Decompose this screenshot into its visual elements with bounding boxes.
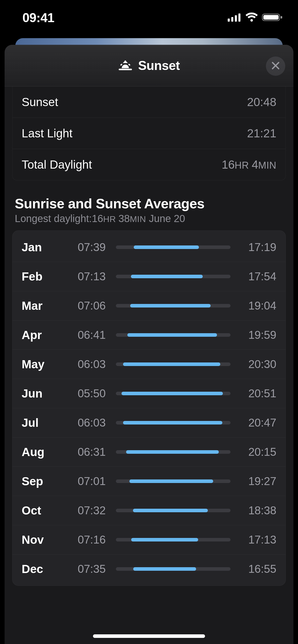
month-label: Nov bbox=[22, 533, 62, 547]
daylight-bar bbox=[106, 275, 238, 278]
close-icon bbox=[271, 61, 280, 71]
averages-row: Mar07:0619:04 bbox=[12, 291, 286, 320]
svg-rect-0 bbox=[228, 19, 230, 22]
svg-rect-5 bbox=[263, 15, 279, 20]
averages-row: Jan07:3917:19 bbox=[12, 233, 286, 262]
averages-row: Apr06:4119:59 bbox=[12, 320, 286, 349]
month-label: Dec bbox=[22, 562, 62, 576]
summary-label: Total Daylight bbox=[22, 158, 92, 171]
status-bar: 09:41 bbox=[0, 0, 298, 36]
sunrise-value: 05:50 bbox=[62, 387, 106, 400]
wifi-icon bbox=[245, 12, 258, 23]
sunrise-value: 07:16 bbox=[62, 533, 106, 546]
month-label: Sep bbox=[22, 474, 62, 488]
month-label: Jan bbox=[22, 240, 62, 254]
daylight-bar bbox=[106, 304, 238, 308]
sunrise-value: 06:03 bbox=[62, 416, 106, 429]
sunset-icon bbox=[118, 60, 132, 72]
sheet-header: Sunset bbox=[5, 45, 293, 86]
averages-title: Sunrise and Sunset Averages bbox=[15, 196, 283, 211]
sunrise-value: 07:35 bbox=[62, 563, 106, 575]
daylight-bar bbox=[106, 479, 238, 483]
svg-rect-6 bbox=[281, 16, 282, 19]
daylight-bar bbox=[106, 509, 238, 512]
summary-row-sunset: Sunset 20:48 bbox=[12, 86, 286, 118]
daylight-bar bbox=[106, 362, 238, 366]
close-button[interactable] bbox=[266, 56, 285, 76]
battery-icon bbox=[262, 12, 283, 23]
sunrise-value: 07:39 bbox=[62, 241, 106, 254]
sunrise-value: 07:32 bbox=[62, 504, 106, 517]
summary-value: 21:21 bbox=[247, 126, 276, 140]
averages-row: Aug06:3120:15 bbox=[12, 437, 286, 466]
detail-sheet: Sunset Sunset 20:48 Last Light 21:21 Tot… bbox=[5, 45, 293, 644]
svg-rect-1 bbox=[231, 17, 233, 22]
sunrise-value: 06:03 bbox=[62, 358, 106, 371]
sunrise-value: 07:13 bbox=[62, 270, 106, 283]
month-label: Aug bbox=[22, 445, 62, 459]
month-label: Jun bbox=[22, 387, 62, 400]
svg-rect-8 bbox=[119, 69, 132, 70]
daylight-bar bbox=[106, 392, 238, 395]
sunset-value: 17:19 bbox=[238, 241, 276, 254]
sheet-title: Sunset bbox=[138, 58, 180, 73]
sunset-value: 17:13 bbox=[238, 533, 276, 546]
svg-rect-2 bbox=[235, 15, 237, 22]
sunset-value: 20:30 bbox=[238, 358, 276, 371]
sunrise-value: 06:31 bbox=[62, 446, 106, 458]
home-indicator[interactable] bbox=[93, 634, 205, 638]
screen: 09:41 Sunset bbox=[0, 0, 298, 644]
status-time: 09:41 bbox=[22, 10, 54, 25]
averages-row: Jul06:0320:47 bbox=[12, 408, 286, 437]
daylight-bar bbox=[106, 245, 238, 249]
sheet-title-group: Sunset bbox=[118, 58, 180, 73]
daylight-bar bbox=[106, 538, 238, 541]
daylight-bar bbox=[106, 450, 238, 454]
averages-heading: Sunrise and Sunset Averages Longest dayl… bbox=[15, 196, 283, 224]
daylight-bar bbox=[106, 421, 238, 425]
sunset-value: 20:15 bbox=[238, 446, 276, 458]
sunrise-value: 07:06 bbox=[62, 299, 106, 312]
sunset-value: 19:04 bbox=[238, 299, 276, 312]
averages-row: Feb07:1317:54 bbox=[12, 262, 286, 291]
daylight-bar bbox=[106, 333, 238, 337]
summary-label: Sunset bbox=[22, 95, 58, 109]
month-label: Jul bbox=[22, 416, 62, 430]
sunset-value: 16:55 bbox=[238, 563, 276, 575]
summary-row-last-light: Last Light 21:21 bbox=[12, 118, 286, 149]
month-label: Mar bbox=[22, 299, 62, 313]
svg-rect-7 bbox=[125, 61, 126, 63]
averages-row: Oct07:3218:38 bbox=[12, 496, 286, 525]
averages-row: May06:0320:30 bbox=[12, 349, 286, 379]
svg-rect-9 bbox=[120, 63, 123, 66]
month-label: Apr bbox=[22, 328, 62, 342]
month-label: Feb bbox=[22, 270, 62, 283]
sunset-value: 20:51 bbox=[238, 387, 276, 400]
svg-rect-10 bbox=[128, 63, 130, 66]
svg-rect-3 bbox=[238, 13, 240, 22]
averages-card: Jan07:3917:19Feb07:1317:54Mar07:0619:04A… bbox=[12, 230, 286, 586]
averages-row: Dec07:3516:55 bbox=[12, 554, 286, 583]
summary-label: Last Light bbox=[22, 126, 72, 140]
status-indicators bbox=[228, 12, 283, 23]
sunset-value: 19:59 bbox=[238, 329, 276, 341]
cellular-icon bbox=[228, 13, 241, 23]
sunset-value: 20:47 bbox=[238, 416, 276, 429]
averages-row: Nov07:1617:13 bbox=[12, 525, 286, 554]
summary-value: 16HR 4MIN bbox=[222, 158, 276, 171]
summary-card: Sunset 20:48 Last Light 21:21 Total Dayl… bbox=[12, 86, 286, 180]
summary-value: 20:48 bbox=[247, 95, 276, 109]
daylight-bar bbox=[106, 567, 238, 571]
month-label: May bbox=[22, 357, 62, 371]
averages-subtitle: Longest daylight:16HR 38MIN June 20 bbox=[15, 213, 283, 224]
sunset-value: 19:27 bbox=[238, 475, 276, 488]
averages-row: Jun05:5020:51 bbox=[12, 379, 286, 408]
sunrise-value: 07:01 bbox=[62, 475, 106, 488]
sunset-value: 18:38 bbox=[238, 504, 276, 517]
month-label: Oct bbox=[22, 504, 62, 517]
averages-row: Sep07:0119:27 bbox=[12, 466, 286, 496]
summary-row-total-daylight: Total Daylight 16HR 4MIN bbox=[12, 149, 286, 180]
sunset-value: 17:54 bbox=[238, 270, 276, 283]
sunrise-value: 06:41 bbox=[62, 329, 106, 341]
